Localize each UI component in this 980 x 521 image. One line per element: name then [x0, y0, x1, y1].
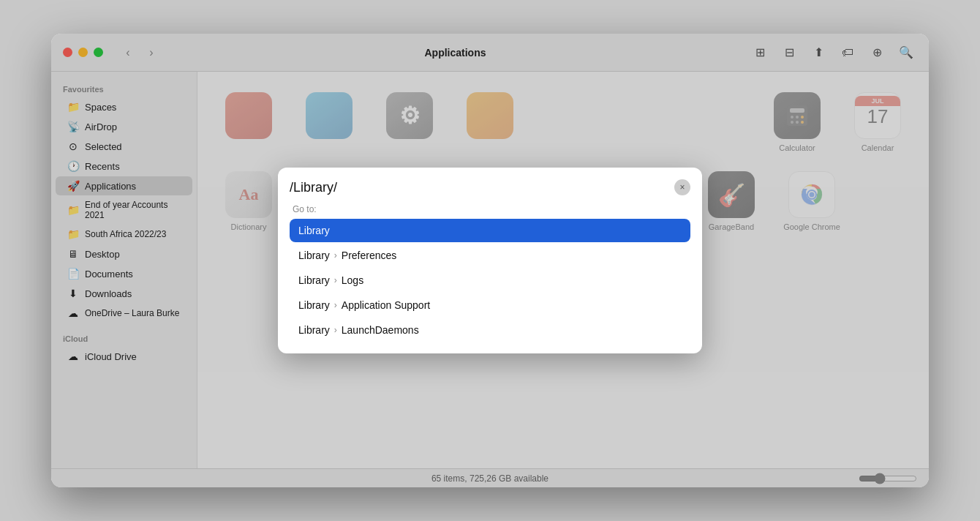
- goto-chevron-launchdaemons: ›: [334, 325, 337, 335]
- goto-item-appsupport[interactable]: Library › Application Support: [290, 293, 690, 317]
- goto-close-button[interactable]: ×: [674, 179, 690, 195]
- goto-item-appsupport-prefix: Library: [298, 299, 330, 311]
- goto-input-row: ×: [290, 179, 690, 195]
- goto-item-preferences-label: Preferences: [342, 250, 396, 261]
- finder-window: ‹ › Applications ⊞ ⊟ ⬆ 🏷 ⊕ 🔍 Favourites …: [51, 34, 929, 487]
- goto-item-launchdaemons-label: LaunchDaemons: [342, 324, 419, 336]
- goto-item-preferences[interactable]: Library › Preferences: [290, 244, 690, 267]
- goto-chevron-logs: ›: [334, 275, 337, 285]
- goto-item-preferences-prefix: Library: [298, 250, 330, 261]
- goto-item-launchdaemons-prefix: Library: [298, 324, 330, 336]
- goto-item-appsupport-label: Application Support: [342, 299, 430, 311]
- goto-item-library[interactable]: Library: [290, 219, 690, 242]
- goto-chevron-appsupport: ›: [334, 300, 337, 310]
- goto-modal: × Go to: Library Library › Preferences L…: [278, 168, 702, 353]
- goto-item-library-label: Library: [298, 225, 330, 236]
- goto-section-label: Go to:: [290, 204, 690, 214]
- goto-chevron-preferences: ›: [334, 250, 337, 260]
- goto-input[interactable]: [290, 180, 668, 195]
- goto-list: Library Library › Preferences Library › …: [290, 219, 690, 342]
- goto-item-launchdaemons[interactable]: Library › LaunchDaemons: [290, 318, 690, 342]
- goto-item-logs-label: Logs: [342, 274, 363, 286]
- goto-item-logs-prefix: Library: [298, 274, 330, 286]
- goto-modal-overlay: × Go to: Library Library › Preferences L…: [51, 34, 929, 487]
- goto-item-logs[interactable]: Library › Logs: [290, 269, 690, 292]
